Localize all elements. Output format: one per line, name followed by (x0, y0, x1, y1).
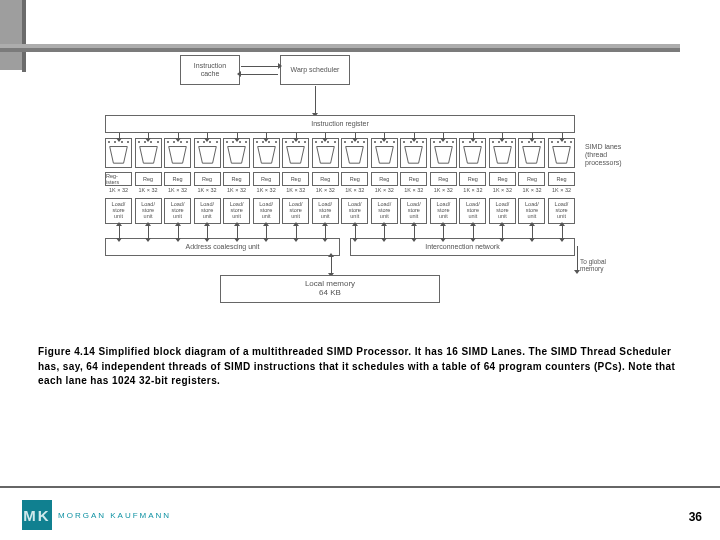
lane-alu (105, 138, 132, 168)
lane-alu (312, 138, 339, 168)
lane-registers: Reg (194, 172, 221, 186)
lane-load-store-unit: Load/storeunit (341, 198, 368, 224)
arrow-ireg-to-lane (207, 133, 208, 138)
lane-load-store-unit: Load/storeunit (430, 198, 457, 224)
lane-alu (371, 138, 398, 168)
lane-load-store-unit: Load/storeunit (371, 198, 398, 224)
arrow-lane-to-bus (148, 226, 149, 238)
slide-accent-vert (22, 0, 26, 72)
arrow-ireg-to-lane (443, 133, 444, 138)
lane-register-size: 1K × 32 (164, 187, 191, 193)
arrow-ireg-to-lane (355, 133, 356, 138)
arrow-ireg-to-lane (325, 133, 326, 138)
footer-rule (0, 486, 720, 488)
lane-load-store-unit: Load/storeunit (194, 198, 221, 224)
lane-load-store-unit: Load/storeunit (253, 198, 280, 224)
arrow-lane-to-bus (532, 226, 533, 238)
box-address-coalescing-unit: Address coalescing unit (105, 238, 340, 256)
lane-register-size: 1K × 32 (253, 187, 280, 193)
label-simd-lanes: SIMD lanes(threadprocessors) (585, 143, 665, 167)
lane-load-store-unit: Load/storeunit (518, 198, 545, 224)
lane-registers: Reg (164, 172, 191, 186)
lane-registers: Reg (459, 172, 486, 186)
arrow-lane-to-bus (207, 226, 208, 238)
lane-alu (489, 138, 516, 168)
svg-marker-15 (553, 147, 571, 164)
lane-register-size: 1K × 32 (135, 187, 162, 193)
lane-register-size: 1K × 32 (548, 187, 575, 193)
arrow-lane-to-bus (119, 226, 120, 238)
arrow-cache-to-sched (241, 66, 278, 67)
svg-marker-13 (494, 147, 512, 164)
lane-alu (194, 138, 221, 168)
arrow-to-global-memory (577, 246, 578, 270)
lane-load-store-unit: Load/storeunit (164, 198, 191, 224)
svg-marker-0 (110, 147, 128, 164)
arrow-sched-to-cache (241, 74, 278, 75)
arrow-ireg-to-lane (148, 133, 149, 138)
lane-register-size: 1K × 32 (312, 187, 339, 193)
lane-alu (518, 138, 545, 168)
lane-registers: Reg (135, 172, 162, 186)
svg-marker-1 (139, 147, 157, 164)
lane-registers: Reg (548, 172, 575, 186)
lane-registers: Reg (223, 172, 250, 186)
lane-registers: Reg (489, 172, 516, 186)
svg-marker-3 (198, 147, 216, 164)
page-number: 36 (689, 510, 702, 524)
svg-marker-5 (257, 147, 275, 164)
lane-load-store-unit: Load/storeunit (489, 198, 516, 224)
arrow-ireg-to-lane (384, 133, 385, 138)
svg-marker-4 (228, 147, 246, 164)
lane-alu (459, 138, 486, 168)
lane-register-size: 1K × 32 (518, 187, 545, 193)
arrow-lane-to-bus (296, 226, 297, 238)
publisher-mark: MK (22, 500, 52, 530)
arrow-lane-to-bus (266, 226, 267, 238)
box-instruction-register: Instruction register (105, 115, 575, 133)
svg-marker-14 (523, 147, 541, 164)
lane-register-size: 1K × 32 (194, 187, 221, 193)
lane-registers: Reg- isters (105, 172, 132, 186)
lane-alu (253, 138, 280, 168)
svg-marker-12 (464, 147, 482, 164)
svg-marker-7 (316, 147, 334, 164)
lane-load-store-unit: Load/storeunit (400, 198, 427, 224)
arrow-lane-to-bus (562, 226, 563, 238)
lane-register-size: 1K × 32 (489, 187, 516, 193)
arrow-ireg-to-lane (414, 133, 415, 138)
publisher-logo: MK MORGAN KAUFMANN (22, 500, 171, 530)
lane-registers: Reg (430, 172, 457, 186)
svg-marker-9 (376, 147, 394, 164)
arrow-lane-to-bus (384, 226, 385, 238)
lane-register-size: 1K × 32 (400, 187, 427, 193)
arrow-lane-to-bus (355, 226, 356, 238)
arrow-ireg-to-lane (178, 133, 179, 138)
arrow-lane-to-bus (414, 226, 415, 238)
svg-marker-11 (435, 147, 453, 164)
arrow-sched-to-ireg (315, 86, 316, 113)
figure-caption: Figure 4.14 Simplified block diagram of … (38, 345, 678, 389)
block-diagram: Instructioncache Warp scheduler Instruct… (75, 40, 685, 330)
lane-registers: Reg (312, 172, 339, 186)
lane-register-size: 1K × 32 (223, 187, 250, 193)
arrow-ireg-to-lane (119, 133, 120, 138)
lane-load-store-unit: Load/storeunit (105, 198, 132, 224)
svg-marker-2 (169, 147, 187, 164)
arrow-lane-to-bus (325, 226, 326, 238)
lane-register-size: 1K × 32 (371, 187, 398, 193)
arrow-ireg-to-lane (266, 133, 267, 138)
lane-alu (164, 138, 191, 168)
svg-marker-10 (405, 147, 423, 164)
label-to-global-memory: To globalmemory (580, 258, 650, 272)
arrow-lane-to-bus (502, 226, 503, 238)
box-warp-scheduler: Warp scheduler (280, 55, 350, 85)
lane-register-size: 1K × 32 (459, 187, 486, 193)
lane-alu (282, 138, 309, 168)
lane-register-size: 1K × 32 (105, 187, 132, 193)
lane-registers: Reg (282, 172, 309, 186)
lane-array: Reg- isters1K × 32Load/storeunitReg1K × … (105, 138, 575, 228)
arrow-lane-to-bus (237, 226, 238, 238)
lane-alu (135, 138, 162, 168)
lane-alu (400, 138, 427, 168)
